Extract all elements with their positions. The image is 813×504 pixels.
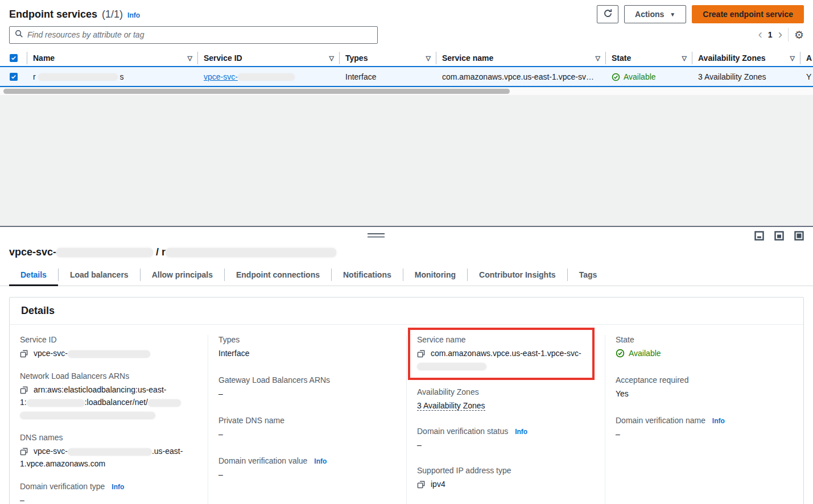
actions-button[interactable]: Actions ▼ xyxy=(624,5,686,23)
availability-zones-link[interactable]: 3 Availability Zones xyxy=(417,401,485,411)
chevron-down-icon: ▼ xyxy=(670,11,675,18)
copy-icon[interactable] xyxy=(417,349,431,358)
info-link[interactable]: Info xyxy=(314,457,327,465)
field-domain-verification-name: Domain verification name Info – xyxy=(616,416,793,440)
panel-minimize-icon[interactable] xyxy=(754,231,764,242)
table-row[interactable]: r s vpce-svc- Interface com.amazonaws.vp… xyxy=(0,66,813,87)
field-availability-zones: Availability Zones 3 Availability Zones xyxy=(417,387,595,412)
tab-notifications[interactable]: Notifications xyxy=(332,264,403,286)
tab-endpoint-connections[interactable]: Endpoint connections xyxy=(225,264,331,286)
filter-icon[interactable]: ▽ xyxy=(326,55,334,62)
column-header-state[interactable]: State ▽ xyxy=(606,50,692,66)
scrollbar-thumb[interactable] xyxy=(3,89,510,94)
copy-icon[interactable] xyxy=(20,349,34,358)
checkbox-checked-icon[interactable] xyxy=(10,54,18,62)
refresh-button[interactable] xyxy=(597,5,618,23)
field-domain-verification-value: Domain verification value Info – xyxy=(218,456,396,481)
column-header-acceptance[interactable]: A xyxy=(800,50,813,66)
info-link[interactable]: Info xyxy=(712,417,725,425)
column-header-name[interactable]: Name ▽ xyxy=(27,50,198,66)
field-supported-ip-type: Supported IP address type ipv4 xyxy=(417,466,595,490)
gear-icon[interactable]: ⚙ xyxy=(794,28,804,42)
panel-title: vpce-svc- / r xyxy=(0,245,813,264)
current-page: 1 xyxy=(768,30,773,39)
horizontal-scrollbar xyxy=(0,87,813,95)
tab-contributor-insights[interactable]: Contributor Insights xyxy=(468,264,567,286)
filter-icon[interactable]: ▽ xyxy=(679,55,687,62)
redaction xyxy=(68,448,152,456)
copy-icon[interactable] xyxy=(20,447,34,456)
tab-bar: Details Load balancers Allow principals … xyxy=(0,264,813,286)
column-header-service-id[interactable]: Service ID ▽ xyxy=(198,50,340,66)
create-endpoint-service-button[interactable]: Create endpoint service xyxy=(692,5,804,23)
tab-load-balancers[interactable]: Load balancers xyxy=(59,264,140,286)
filter-row: ‹ 1 › ⚙ xyxy=(0,25,813,48)
field-private-dns-name: Private DNS name – xyxy=(218,416,396,440)
resource-count: (1/1) xyxy=(102,9,123,20)
actions-label: Actions xyxy=(635,10,664,19)
redaction xyxy=(166,248,336,257)
panel-half-icon[interactable] xyxy=(774,231,784,242)
search-icon xyxy=(15,30,23,40)
field-domain-verification-type: Domain verification type Info – xyxy=(20,482,197,504)
service-id-link[interactable]: vpce-svc- xyxy=(204,72,295,81)
cell-types: Interface xyxy=(340,72,436,81)
cell-service-id: vpce-svc- xyxy=(198,72,340,81)
field-acceptance-required: Acceptance required Yes xyxy=(616,375,793,400)
pagination: ‹ 1 › ⚙ xyxy=(758,28,804,42)
cell-availability-zones: 3 Availability Zones xyxy=(692,72,800,81)
filter-icon[interactable]: ▽ xyxy=(787,55,795,62)
column-header-service-name[interactable]: Service name ▽ xyxy=(436,50,606,66)
cell-state: Available xyxy=(606,72,692,81)
panel-drag-handle[interactable] xyxy=(368,233,385,238)
select-all-checkbox[interactable] xyxy=(0,50,27,66)
redaction xyxy=(68,350,150,358)
column-header-availability-zones[interactable]: Availability Zones ▽ xyxy=(692,50,800,66)
field-domain-verification-status: Domain verification status Info – xyxy=(417,427,595,451)
info-link[interactable]: Info xyxy=(112,483,124,491)
details-card-header: Details xyxy=(10,298,803,325)
tab-tags[interactable]: Tags xyxy=(568,264,609,286)
details-column-1: Service ID vpce-svc- Network Load Balanc… xyxy=(10,335,208,504)
next-page-button[interactable]: › xyxy=(778,29,782,40)
row-checkbox-cell xyxy=(0,73,27,81)
field-dns-names: DNS names vpce-svc-.us-east- 1.vpce.amaz… xyxy=(20,433,197,470)
toolbar: Actions ▼ Create endpoint service xyxy=(597,5,804,23)
info-link[interactable]: Info xyxy=(515,428,527,436)
copy-icon[interactable] xyxy=(20,385,34,394)
redaction xyxy=(417,363,486,370)
info-link[interactable]: Info xyxy=(127,11,140,19)
redaction xyxy=(38,73,118,81)
availability-zones-link[interactable]: 3 Availability Zones xyxy=(698,72,766,81)
details-card-body: Service ID vpce-svc- Network Load Balanc… xyxy=(10,325,803,504)
prev-page-button[interactable]: ‹ xyxy=(758,29,762,40)
redaction xyxy=(148,399,181,407)
column-header-types[interactable]: Types ▽ xyxy=(340,50,436,66)
page-title: Endpoint services xyxy=(9,9,97,20)
filter-icon[interactable]: ▽ xyxy=(423,55,431,62)
tab-details[interactable]: Details xyxy=(9,264,58,286)
tab-monitoring[interactable]: Monitoring xyxy=(403,264,467,286)
title-group: Endpoint services (1/1) Info xyxy=(9,9,140,20)
row-checkbox-checked[interactable] xyxy=(10,73,18,81)
field-state: State Available xyxy=(616,335,793,360)
panel-maximize-icon[interactable] xyxy=(794,231,804,242)
field-service-id: Service ID vpce-svc- xyxy=(20,335,197,360)
filter-icon[interactable]: ▽ xyxy=(184,55,192,62)
cell-acceptance: Y xyxy=(800,72,813,81)
service-name-highlight-box: Service name com.amazonaws.vpce.us-east-… xyxy=(408,328,595,380)
copy-icon[interactable] xyxy=(417,480,431,489)
redaction xyxy=(27,399,85,407)
redaction xyxy=(56,248,153,257)
refresh-icon xyxy=(603,9,613,20)
redaction xyxy=(238,73,295,81)
search-input[interactable] xyxy=(27,30,372,39)
table-header-row: Name ▽ Service ID ▽ Types ▽ Service name… xyxy=(0,50,813,66)
filter-icon[interactable]: ▽ xyxy=(592,55,600,62)
details-column-3: Service name com.amazonaws.vpce.us-east-… xyxy=(406,335,605,504)
panel-controls xyxy=(0,227,813,245)
tab-allow-principals[interactable]: Allow principals xyxy=(141,264,224,286)
panel-size-controls xyxy=(754,231,804,242)
search-box[interactable] xyxy=(9,26,378,44)
details-card: Details Service ID vpce-svc- Network Loa… xyxy=(9,297,804,504)
